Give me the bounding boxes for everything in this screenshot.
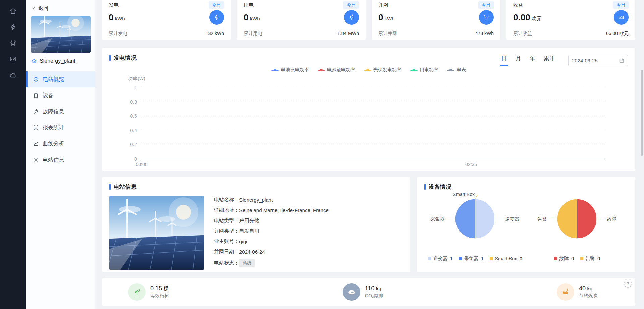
sliders-icon[interactable] — [5, 36, 21, 51]
legend-item-smartbox[interactable]: Smart Box 0 — [490, 256, 522, 261]
sidebar-item-devices[interactable]: 设备 — [26, 87, 95, 104]
info-row-status: 电站状态： 离线 — [214, 259, 329, 267]
y-axis-label: 功率(W) — [128, 76, 628, 82]
monitor-report-icon[interactable] — [5, 52, 21, 67]
chart-controls: 日 月 年 累计 — [497, 54, 628, 67]
bar-chart-icon — [33, 125, 39, 131]
gridline: 0.6 — [142, 116, 606, 116]
legend-item-inverter[interactable]: 逆变器 1 — [428, 256, 453, 262]
sidebar-item-plant-info[interactable]: 电站信息 — [26, 152, 95, 168]
cumulative-label: 累计收益 — [513, 30, 532, 37]
legend-marker — [364, 70, 371, 71]
pie-slice-collector — [455, 199, 475, 239]
stat-value: 0 — [109, 12, 113, 22]
today-badge: 今日 — [209, 1, 224, 9]
sidebar-item-report-stats[interactable]: 报表统计 — [26, 120, 95, 136]
legend-item-pv-generation[interactable]: 光伏发电功率 — [364, 67, 401, 73]
stat-title: 发电 — [109, 2, 119, 8]
chart-card-title: 发电情况 — [109, 54, 137, 62]
title-accent-bar — [424, 184, 426, 190]
calendar-icon — [619, 58, 624, 63]
legend-item-fault[interactable]: 故障 0 — [554, 256, 574, 262]
device-pie-column: 采集器 逆变器 Smart Box 逆变器 1 — [424, 192, 526, 262]
device-type-legend: 逆变器 1 采集器 1 Smart Box 0 — [428, 256, 522, 262]
gridline: 1 — [142, 87, 606, 87]
sidebar-item-plant-overview[interactable]: 电站概览 — [26, 71, 95, 87]
legend-item-load-power[interactable]: 用电功率 — [410, 67, 438, 73]
help-button[interactable]: ? — [624, 280, 632, 288]
tab-year[interactable]: 年 — [525, 54, 539, 67]
pie-slice-inverter — [475, 199, 495, 239]
sidebar-item-curve-analysis[interactable]: 曲线分析 — [26, 136, 95, 152]
stat-unit: 欧元 — [532, 16, 542, 21]
bolt-icon[interactable] — [5, 19, 21, 35]
sidebar-menu: 电站概览 设备 故障信息 报表统计 曲线分析 电站信息 — [26, 71, 95, 168]
generation-chart: 功率(W) 1 0.8 0.6 0.4 0.2 0 00:00 02:35 — [109, 76, 628, 159]
app-root: 返回 Slenergy_plant 电站概览 设备 故障信息 报表 — [0, 0, 644, 309]
stat-value-group: 0.00欧元 — [513, 12, 542, 23]
consumption-plug-icon — [344, 10, 359, 25]
tab-day[interactable]: 日 — [497, 54, 511, 67]
back-button[interactable]: 返回 — [26, 0, 95, 15]
main-content: 发电 今日 0kWh 累计发电 132 kWh 用电 今日 — [95, 0, 644, 309]
legend-swatch — [580, 257, 583, 260]
cumulative-value: 473 kWh — [475, 30, 494, 37]
stat-value: 0 — [378, 12, 383, 22]
nav-rail — [0, 0, 26, 309]
factory-icon — [557, 283, 574, 301]
cumulative-value: 66.00 欧元 — [606, 30, 629, 37]
callout-label-alarm: 告警 — [537, 216, 547, 222]
legend-marker — [410, 70, 418, 71]
date-input[interactable] — [572, 58, 614, 63]
tab-total[interactable]: 累计 — [539, 54, 559, 67]
y-tick: 0.8 — [130, 99, 137, 105]
status-badge: 离线 — [239, 259, 255, 267]
eco-item-coal: 40 kg 节约煤炭 — [557, 283, 598, 301]
cloud-icon[interactable] — [5, 68, 21, 83]
sidebar-item-label: 故障信息 — [43, 108, 64, 115]
info-row-owner: 业主账号：qiqi — [214, 238, 329, 245]
date-picker[interactable] — [568, 55, 628, 66]
sidebar-item-label: 报表统计 — [43, 124, 64, 131]
stat-value-group: 0kWh — [244, 12, 260, 23]
tab-month[interactable]: 月 — [511, 54, 525, 67]
line-chart-icon — [33, 141, 39, 147]
y-tick: 0.6 — [130, 113, 137, 119]
legend-item-collector[interactable]: 采集器 1 — [459, 256, 484, 262]
gridline: 0.2 — [142, 144, 606, 144]
legend-item-alarm[interactable]: 告警 0 — [580, 256, 600, 262]
stat-unit: kWh — [250, 16, 260, 21]
callout-label-collector: 采集器 — [431, 216, 445, 222]
device-status-card: 设备情况 采集器 逆变器 Smart Box — [417, 177, 635, 272]
home-icon[interactable] — [5, 3, 21, 19]
stat-unit: kWh — [384, 16, 394, 21]
y-tick: 0 — [134, 156, 137, 162]
legend-item-battery-charge[interactable]: 电池充电功率 — [271, 67, 309, 73]
plant-sidebar: 返回 Slenergy_plant 电站概览 设备 故障信息 报表 — [26, 0, 95, 309]
stats-row: 发电 今日 0kWh 累计发电 132 kWh 用电 今日 — [102, 0, 635, 40]
stat-unit: kWh — [115, 16, 125, 21]
eco-text: 110 kg CO₂减排 — [365, 285, 383, 299]
chevron-left-icon — [32, 6, 36, 11]
gridline: 0.4 — [142, 130, 606, 130]
svg-text:CO₂: CO₂ — [350, 291, 354, 293]
sidebar-item-fault-info[interactable]: 故障信息 — [26, 104, 95, 120]
y-tick: 0.4 — [130, 128, 137, 133]
legend-swatch — [554, 257, 557, 260]
alarm-pie-column: 告警 故障 故障 0 告警 — [526, 192, 628, 262]
callout-line-smartbox — [475, 195, 477, 199]
x-tick: 02:35 — [465, 162, 477, 167]
info-row-grid-date: 并网日期：2024-06-24 — [214, 249, 329, 255]
scrollbar-thumb[interactable] — [641, 70, 643, 156]
stat-value-group: 0kWh — [109, 12, 125, 23]
legend-swatch — [459, 257, 462, 260]
plant-thumbnail — [31, 16, 91, 53]
stat-title: 收益 — [513, 2, 523, 8]
legend-item-battery-discharge[interactable]: 电池放电功率 — [318, 67, 355, 73]
legend-item-meter[interactable]: 电表 — [447, 67, 466, 73]
y-tick: 0.2 — [130, 142, 137, 147]
today-badge: 今日 — [343, 1, 359, 9]
alarm-fault-pie-chart: 告警 故障 — [527, 192, 627, 251]
pie-slice-fault — [577, 199, 597, 239]
stat-value: 0.00 — [513, 12, 530, 22]
